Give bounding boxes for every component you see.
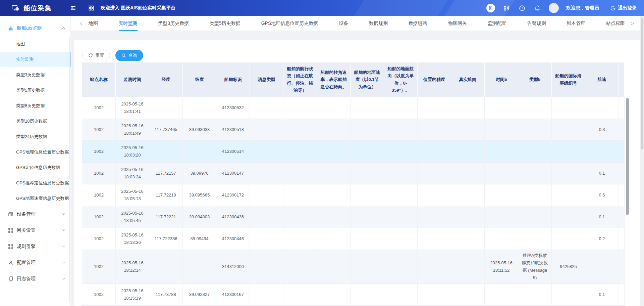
tab-item[interactable]: 地图 [89,16,98,31]
table-cell [250,228,283,250]
column-header [619,62,625,97]
table-row[interactable]: 10022025-05-16 18:01:49117.73746539.0930… [82,119,625,141]
table-cell [283,184,317,206]
column-header: 船舶的地面速度（以0.1节为单位） [351,62,384,97]
sidebar-item[interactable]: GPS定位信息历史数据 [0,160,70,175]
logout-button[interactable]: 退出登录 [610,5,637,11]
column-header: 经度 [149,62,183,97]
tab-item[interactable]: 数据链路 [409,16,427,31]
sidebar-group[interactable]: 日志管理 [0,271,70,287]
query-button[interactable]: 查询 [115,50,143,61]
table-cell: 314312000 [216,250,250,284]
table-cell [283,284,317,306]
user-avatar[interactable] [549,3,559,13]
tab-item[interactable]: GPS地理信息位置历史数据 [261,16,318,31]
sidebar-item[interactable]: GPS地理信息位置历史数据 [0,144,70,160]
sidebar-group[interactable]: 配置管理 [0,255,70,271]
page-scrollbar[interactable] [640,16,644,306]
table-cell [418,163,451,184]
table-row[interactable]: 10022025-05-16 18:13:36117.72233639.0949… [82,228,625,250]
table-cell [149,250,183,284]
tab-item[interactable]: 实时监测 [119,16,138,31]
table-cell: 0.1 [585,163,619,184]
tab-item[interactable]: 类型5历史数据 [210,16,240,31]
sidebar-item[interactable]: 类型18历史数据 [0,114,70,129]
table-cell [250,284,283,306]
sidebar-group[interactable]: 设备管理 [0,206,70,222]
table-cell [351,284,384,306]
toolbar: 重置 查询 [74,40,640,62]
table-cell [418,119,451,141]
table-cell [384,284,418,306]
sidebar-item[interactable]: 类型5历史数据 [0,83,70,98]
tab-item[interactable]: 物联网关 [448,16,467,31]
sidebar-group[interactable]: 网关设置 [0,222,70,238]
column-header: 船舶的转角速率，表示船舶是否在转向。 [317,62,351,97]
table-cell [619,97,625,119]
sidebar-group[interactable]: 船舶ais监测 [0,20,70,36]
table-cell [149,141,183,163]
page-scrollbar-thumb[interactable] [641,18,643,149]
tab-item[interactable]: 设备 [339,16,348,31]
table-cell [619,119,625,141]
notification-bell-icon[interactable] [533,4,541,12]
tab-item[interactable]: 类型3历史数据 [158,16,189,31]
table-row[interactable]: 10022025-05-16 18:05:13117.7221839.09566… [82,184,625,206]
tab-item[interactable]: 监测配置 [488,16,506,31]
table-cell [619,141,625,163]
caret-down-icon [62,261,66,265]
sidebar-item[interactable]: 类型8历史数据 [0,98,70,114]
ship-position-logo-icon [11,4,19,12]
table-row[interactable]: 10022025-05-16 18:12:143143120002025-05-… [82,250,625,284]
tab-item[interactable]: 脚本管理 [567,16,585,31]
table-cell [518,228,552,250]
table-cell: 2025-05-16 18:01:49 [116,119,149,141]
table-cell: 412300436 [216,206,250,228]
table-cell [418,228,451,250]
column-header: 船舶的国际海事组织号 [552,62,585,97]
svg-text:?: ? [521,6,523,10]
main-content: < 地图实时监测类型3历史数据类型5历史数据GPS地理信息位置历史数据设备数据规… [71,16,644,306]
sidebar-group[interactable]: 规则引擎 [0,238,70,255]
sidebar-item[interactable]: 地图 [0,36,70,52]
table-cell [384,228,418,250]
sidebar-group-label: 设备管理 [17,211,62,217]
tab-item[interactable]: 数据规则 [369,16,388,31]
help-icon[interactable]: ? [518,4,526,12]
tab-item[interactable]: 站点权限 [606,16,625,31]
table-cell [283,250,317,284]
column-header: 真实航向 [451,62,485,97]
table-cell [283,97,317,119]
table-cell: 0.1 [585,284,619,306]
sidebar-item[interactable]: 类型3历史数据 [0,67,70,83]
sidebar-item[interactable]: 实时监测 [0,52,70,67]
table-cell: 2025-05-16 18:03:20 [116,141,149,163]
table-cell [451,141,485,163]
table-cell: 1002 [82,97,116,119]
sidebar-item[interactable]: GPS地面速度信息历史数据 [0,191,70,206]
table-cell: 117.73788 [149,284,183,306]
table-cell: 0.3 [585,119,619,141]
table-row[interactable]: 10022025-05-16 18:05:45117.7222139.09480… [82,206,625,228]
tab-item[interactable]: 告警规则 [527,16,546,31]
table-cell: 1002 [82,163,116,184]
table-row[interactable]: 10022025-05-16 18:01:41412300532 [82,97,625,119]
apps-grid-icon[interactable] [87,4,95,12]
tab-scroll-right-icon[interactable]: > [631,20,634,26]
table-cell [183,141,216,163]
table-cell: 0.1 [585,206,619,228]
table-cell [418,284,451,306]
table-row[interactable]: 10022025-05-16 18:03:24117.7215739.09976… [82,163,625,184]
table-cell: 2025-05-16 18:05:13 [116,184,149,206]
sidebar-collapse-icon[interactable] [69,4,77,12]
tab-scroll-left-icon[interactable]: < [79,20,83,26]
reset-button[interactable]: 重置 [82,50,110,61]
table-cell [317,250,351,284]
table-vertical-scrollbar[interactable] [626,98,629,215]
sidebar-item[interactable]: 类型24历史数据 [0,129,70,144]
sidebar-item[interactable]: GPS推荐定位信息历史数据 [0,175,70,191]
table-cell [384,206,418,228]
table-row[interactable]: 10022025-05-16 18:03:20412300514 [82,141,625,163]
table-cell [485,228,518,250]
table-row[interactable]: 10022025-05-16 18:15:19117.7378839.09282… [82,284,625,306]
